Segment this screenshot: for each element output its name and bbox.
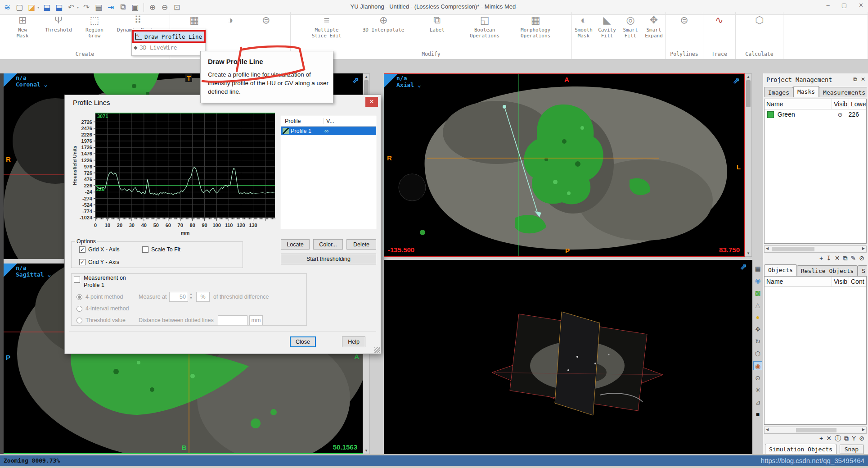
popout-view-icon[interactable]: ⇗ — [352, 75, 359, 85]
delete-object-icon[interactable]: ✕ — [826, 435, 832, 443]
smart-expand[interactable]: ✥Smart Expand — [642, 14, 666, 39]
visibility-eye-icon[interactable]: ⊙ — [832, 111, 848, 118]
clip-plane-icon[interactable]: △ — [753, 300, 762, 309]
start-thresholding-button[interactable]: Start thresholding — [281, 254, 376, 264]
objects-hscrollbar[interactable]: ◀ ▶ — [764, 427, 867, 434]
export-3matic-icon[interactable]: ⇥ — [106, 3, 115, 12]
grid-y-checkbox[interactable]: ✓ — [79, 259, 85, 265]
popout-view-icon[interactable]: ⇗ — [733, 76, 740, 86]
filter-icon[interactable]: Y — [852, 435, 856, 443]
new-file-icon[interactable]: ▢ — [15, 3, 24, 12]
help-button[interactable]: Help — [342, 336, 365, 347]
smart-fill[interactable]: ◎Smart Fill — [619, 14, 642, 39]
spinner-arrows[interactable]: ▲▼ — [188, 292, 194, 300]
scroll-right-icon[interactable]: ▶ — [862, 246, 865, 250]
menu-item-draw-profile-line[interactable]: ∿ Draw Profile Line — [132, 30, 206, 43]
tab-simulation-objects[interactable]: Simulation Objects — [765, 444, 837, 455]
snap-button[interactable]: Snap — [840, 445, 864, 454]
visibility-eye-icon[interactable]: ⊙ — [753, 373, 762, 382]
minimize-button[interactable]: – — [827, 2, 830, 9]
info-icon[interactable]: ⓘ — [835, 435, 841, 443]
open-file-icon[interactable]: ◪ — [27, 3, 36, 12]
zoom-in-icon[interactable]: ⊕ — [148, 3, 157, 12]
menu-item-3d-livewire[interactable]: ◆ 3D LiveWire — [134, 44, 177, 51]
calculate-3d[interactable]: ⬡ — [748, 14, 771, 27]
tab-images[interactable]: Images — [764, 87, 793, 97]
save-icon[interactable]: ⬓ — [42, 3, 51, 12]
zoom-window-icon[interactable]: ⊡ — [172, 3, 181, 12]
region-grow[interactable]: ⬚Region Grow — [83, 14, 106, 39]
tab-masks[interactable]: Masks — [793, 86, 819, 97]
new-mask[interactable]: ⊞New Mask — [11, 14, 34, 39]
maximize-button[interactable]: ▢ — [841, 2, 847, 9]
visibility-glasses-icon[interactable]: ∞ — [321, 127, 328, 134]
axial-viewport[interactable]: n/a Axial ⌄ A R L P -135.500 83.750 ⇗ — [384, 73, 745, 257]
undo-icon[interactable]: ↶ — [67, 3, 76, 12]
scroll-left-icon[interactable]: ◀ — [766, 246, 769, 250]
tab-s[interactable]: S — [858, 265, 867, 276]
scroll-down-icon[interactable]: ▼ — [363, 449, 369, 453]
polylines-tools[interactable]: ⊜ — [673, 14, 696, 27]
resize-grip[interactable] — [374, 347, 380, 353]
scrollbar-thumb[interactable] — [772, 247, 814, 251]
tab-reslice-objects[interactable]: Reslice Objects — [797, 265, 858, 276]
scroll-left-icon[interactable]: ◀ — [766, 427, 769, 432]
morphology-operations[interactable]: ▦Morphology Operations — [521, 14, 550, 39]
sphere-view-icon[interactable]: ◉ — [753, 276, 762, 285]
dialog-close-button[interactable]: ✕ — [365, 97, 378, 107]
locate-button[interactable]: Locate — [281, 239, 310, 250]
four-point-radio[interactable] — [76, 294, 82, 300]
label-tool[interactable]: ⧉Label — [425, 14, 449, 33]
duplicate-object-icon[interactable]: ⧉ — [844, 435, 849, 443]
multi-edit[interactable]: ⊜ — [254, 14, 278, 27]
shaded-sphere-icon[interactable]: ◉ — [753, 361, 762, 370]
layout-grid-icon[interactable]: ▦ — [753, 264, 762, 273]
edit-masks[interactable]: ▦ — [183, 14, 206, 27]
close-panel-icon[interactable]: ✕ — [861, 76, 865, 82]
masks-hscrollbar[interactable]: ◀ ▶ — [764, 245, 867, 253]
multiple-slice-edit[interactable]: ≡Multiple Slice Edit — [312, 14, 342, 39]
copy-icon[interactable]: ⧉ — [118, 3, 127, 12]
threshold-value-radio[interactable] — [76, 318, 82, 323]
mask-row-green[interactable]: Green ⊙ 226 — [765, 109, 866, 119]
close-button[interactable]: Close — [290, 336, 316, 347]
mask-color-swatch[interactable] — [767, 111, 774, 118]
add-object-icon[interactable]: + — [819, 435, 823, 443]
black-box-icon[interactable]: ■ — [753, 410, 762, 419]
color-button[interactable]: Color... — [313, 239, 343, 250]
measure-value-input[interactable]: 50 — [169, 292, 188, 302]
three-d-viewport[interactable]: ⇗ — [384, 260, 752, 454]
float-panel-icon[interactable]: ⧉ — [853, 76, 857, 82]
app-logo-icon[interactable]: ≋ — [3, 3, 12, 12]
boolean-operations[interactable]: ◱Boolean Operations — [470, 14, 499, 39]
duplicate-down-icon[interactable]: ↧ — [826, 254, 832, 262]
contour-edit[interactable]: ◑ — [219, 14, 242, 27]
zoom-out-icon[interactable]: ⊖ — [160, 3, 169, 12]
tab-measurements[interactable]: Measurements — [819, 87, 867, 97]
scroll-down-icon[interactable]: ▼ — [745, 251, 751, 255]
highlight-sphere-icon[interactable]: ● — [753, 313, 762, 322]
save-as-icon[interactable]: ⬓ — [54, 3, 63, 12]
scroll-up-icon[interactable]: ▲ — [363, 75, 369, 79]
axial-scrollbar[interactable]: ▲ ▼ — [745, 73, 752, 257]
sagittal-view-label[interactable]: n/a Sagittal ⌄ — [16, 265, 51, 278]
3d-interpolate[interactable]: ⊕3D Interpolate — [363, 14, 405, 33]
measure-tool-icon[interactable]: ⊿ — [753, 398, 762, 407]
delete-mask-icon[interactable]: ✕ — [835, 254, 840, 262]
rotate-tool-icon[interactable]: ↻ — [753, 337, 762, 346]
hide-all-icon[interactable]: ⊘ — [859, 254, 864, 262]
properties-doc-icon[interactable]: ⧉ — [843, 254, 848, 262]
dropdown-arrow-icon[interactable]: ▾ — [37, 5, 39, 9]
threshold[interactable]: ΨThreshold — [45, 14, 72, 33]
grid-x-checkbox[interactable]: ✓ — [79, 246, 85, 253]
coronal-view-label[interactable]: n/a Coronal ⌄ — [16, 75, 47, 88]
cavity-fill[interactable]: ◣Cavity Fill — [595, 14, 619, 39]
scrollbar-thumb[interactable] — [796, 428, 837, 432]
tab-objects[interactable]: Objects — [764, 264, 797, 276]
smooth-mask[interactable]: ◐Smooth Mask — [572, 14, 595, 39]
measurement-checkbox[interactable] — [74, 277, 80, 283]
scroll-up-icon[interactable]: ▲ — [745, 75, 751, 79]
add-mask-icon[interactable]: + — [819, 254, 823, 262]
scale-to-fit-checkbox[interactable] — [142, 246, 148, 253]
profile-list-row[interactable]: Profile 1 ∞ — [281, 127, 376, 135]
